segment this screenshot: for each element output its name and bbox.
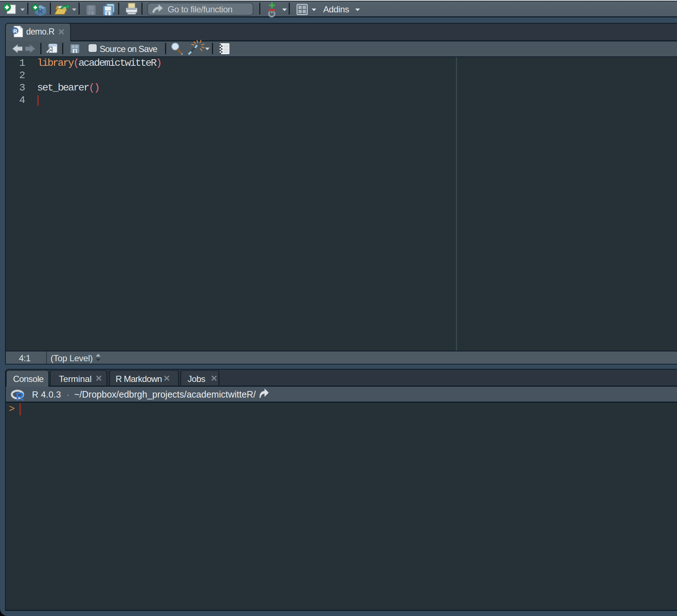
svg-text:R: R [13,28,17,34]
svg-text:R: R [16,390,24,403]
